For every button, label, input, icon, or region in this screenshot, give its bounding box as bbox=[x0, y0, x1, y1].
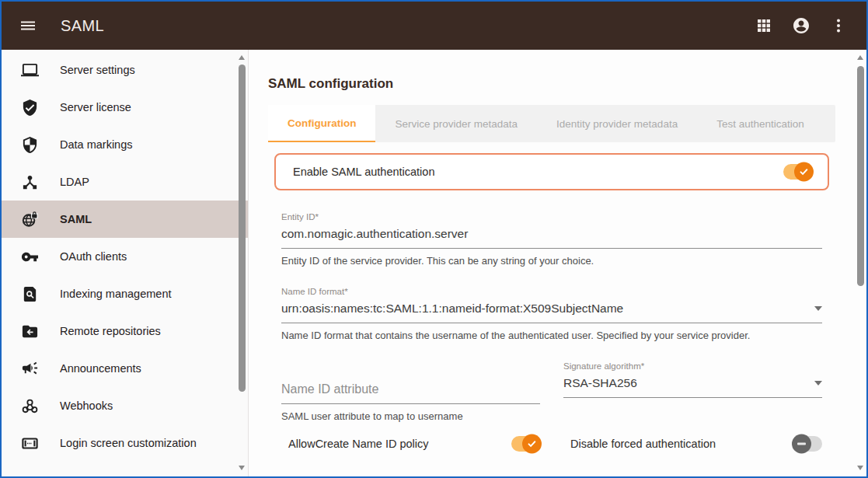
scroll-up-icon[interactable] bbox=[857, 55, 863, 60]
sidebar-item-label: Data markings bbox=[60, 138, 132, 151]
name-id-format-select[interactable]: urn:oasis:names:tc:SAML:1.1:nameid-forma… bbox=[281, 296, 822, 323]
sidebar-item-webhooks[interactable]: Webhooks bbox=[2, 387, 248, 424]
shield-half-icon bbox=[21, 136, 39, 154]
megaphone-icon bbox=[21, 360, 39, 378]
apps-grid-icon[interactable] bbox=[748, 10, 779, 41]
name-id-attribute-input[interactable] bbox=[281, 382, 540, 396]
sidebar-item-label: Indexing management bbox=[60, 288, 172, 300]
tab-service-provider-metadata[interactable]: Service provider metadata bbox=[375, 105, 537, 142]
name-id-attribute-field: SAML user attribute to map to username bbox=[281, 361, 540, 422]
scroll-down-icon[interactable] bbox=[239, 466, 245, 470]
enable-saml-box: Enable SAML authentication bbox=[274, 153, 829, 190]
name-id-format-field: Name ID format* urn:oasis:names:tc:SAML:… bbox=[281, 287, 822, 341]
hub-icon bbox=[21, 173, 39, 191]
toggle-label: AllowCreate Name ID policy bbox=[288, 438, 429, 450]
enable-saml-label: Enable SAML authentication bbox=[293, 166, 434, 178]
sidebar-item-login-screen-customization[interactable]: Login screen customization bbox=[2, 424, 248, 462]
tab-configuration[interactable]: Configuration bbox=[268, 105, 375, 142]
name-id-format-label: Name ID format* bbox=[281, 287, 822, 296]
sidebar-item-announcements[interactable]: Announcements bbox=[2, 350, 248, 387]
allowcreate-name-id-policy-toggle[interactable] bbox=[511, 436, 540, 452]
toggle-group-disable-forced-authentication: Disable forced authentication bbox=[563, 436, 822, 452]
sidebar-item-indexing-management[interactable]: Indexing management bbox=[2, 275, 248, 312]
more-vert-icon[interactable] bbox=[823, 10, 854, 41]
doc-search-icon bbox=[21, 285, 39, 303]
scrollbar-thumb[interactable] bbox=[857, 66, 864, 286]
sidebar-item-oauth-clients[interactable]: OAuth clients bbox=[2, 238, 248, 275]
sidebar-item-ldap[interactable]: LDAP bbox=[2, 163, 248, 201]
tab-identity-provider-metadata[interactable]: Identity provider metadata bbox=[537, 105, 697, 142]
name-id-format-helper: Name ID format that contains the usernam… bbox=[281, 330, 822, 341]
sidebar-item-label: Remote repositories bbox=[60, 325, 161, 337]
shield-check-icon bbox=[21, 99, 39, 117]
app-window: SAML Server settingsServer licenseData m… bbox=[0, 0, 868, 478]
sidebar-item-label: SAML bbox=[60, 213, 92, 225]
webhook-icon bbox=[21, 397, 39, 415]
computer-icon bbox=[21, 61, 39, 79]
sidebar-item-data-markings[interactable]: Data markings bbox=[2, 126, 248, 163]
minus-icon bbox=[792, 434, 811, 454]
chevron-down-icon[interactable] bbox=[814, 306, 822, 311]
disable-forced-authentication-toggle[interactable] bbox=[793, 436, 822, 452]
check-icon bbox=[522, 434, 542, 454]
entity-id-field: Entity ID* Entity ID of the service prov… bbox=[281, 212, 822, 267]
tab-label: Identity provider metadata bbox=[556, 118, 678, 130]
appbar-actions bbox=[748, 10, 854, 41]
sidebar-item-saml[interactable]: SAML bbox=[2, 201, 248, 238]
app-bar: SAML bbox=[2, 2, 866, 50]
entity-id-helper: Entity ID of the service provider. This … bbox=[281, 255, 822, 267]
tab-label: Configuration bbox=[288, 117, 356, 129]
sidebar-item-label: Server license bbox=[60, 101, 131, 113]
sidebar-item-label: Webhooks bbox=[60, 399, 113, 412]
tab-label: Test authentication bbox=[716, 118, 804, 130]
sidebar-item-label: Announcements bbox=[60, 362, 141, 375]
sidebar-item-label: OAuth clients bbox=[60, 250, 127, 263]
main-area: SAML configuration ConfigurationService … bbox=[249, 50, 866, 476]
account-icon[interactable] bbox=[786, 10, 817, 41]
tab-test-authentication[interactable]: Test authentication bbox=[697, 105, 824, 142]
key-icon bbox=[21, 248, 39, 266]
sidebar-item-server-license[interactable]: Server license bbox=[2, 89, 248, 126]
folder-arrow-icon bbox=[21, 323, 39, 340]
scroll-down-icon[interactable] bbox=[857, 466, 863, 470]
tab-bar: ConfigurationService provider metadataId… bbox=[268, 105, 835, 142]
page-title: SAML configuration bbox=[268, 76, 835, 92]
entity-id-label: Entity ID* bbox=[281, 212, 822, 222]
toggle-group-allowcreate-name-id-policy: AllowCreate Name ID policy bbox=[281, 436, 540, 452]
check-icon bbox=[794, 162, 814, 182]
sidebar-item-remote-repositories[interactable]: Remote repositories bbox=[2, 312, 248, 350]
page-scrollbar[interactable] bbox=[855, 50, 866, 476]
signature-algorithm-field: Signature algorithm* RSA-SHA256 bbox=[563, 361, 822, 422]
name-id-attribute-helper: SAML user attribute to map to username bbox=[281, 410, 540, 422]
policy-toggles: AllowCreate Name ID policyDisable forced… bbox=[281, 436, 822, 452]
screen-dashes-icon bbox=[21, 434, 39, 452]
toggle-label: Disable forced authentication bbox=[570, 438, 716, 450]
signature-algorithm-label: Signature algorithm* bbox=[563, 361, 822, 371]
signature-algorithm-select[interactable]: RSA-SHA256 bbox=[563, 371, 822, 398]
scroll-up-icon[interactable] bbox=[239, 55, 245, 60]
sidebar-item-label: Server settings bbox=[60, 64, 135, 76]
sidebar-nav: Server settingsServer licenseData markin… bbox=[2, 51, 248, 462]
sidebar-item-server-settings[interactable]: Server settings bbox=[2, 51, 248, 89]
sidebar-scrollbar[interactable] bbox=[236, 50, 248, 476]
tab-label: Service provider metadata bbox=[395, 118, 518, 130]
chevron-down-icon[interactable] bbox=[814, 381, 822, 386]
globe-lock-icon bbox=[21, 211, 39, 229]
entity-id-input[interactable] bbox=[281, 227, 822, 241]
scrollbar-thumb[interactable] bbox=[239, 65, 246, 392]
menu-icon[interactable] bbox=[12, 10, 44, 41]
sidebar-item-label: LDAP bbox=[60, 176, 89, 188]
sidebar-item-label: Login screen customization bbox=[60, 437, 197, 449]
enable-saml-toggle[interactable] bbox=[783, 164, 812, 180]
sidebar: Server settingsServer licenseData markin… bbox=[2, 50, 249, 476]
app-title: SAML bbox=[61, 17, 104, 35]
